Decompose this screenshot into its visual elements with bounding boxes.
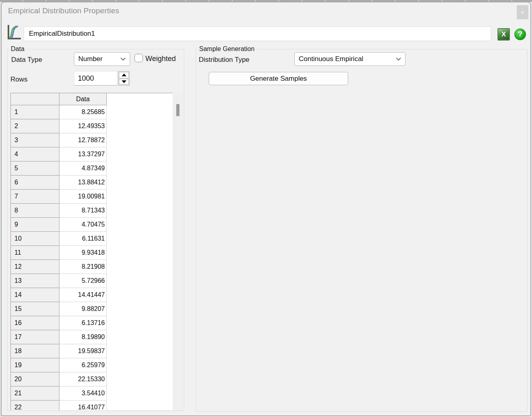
table-row: 166.13716 bbox=[11, 316, 173, 330]
scrollbar-thumb[interactable] bbox=[176, 104, 179, 116]
generate-samples-button[interactable]: Generate Samples bbox=[209, 72, 348, 85]
table-row: 413.37297 bbox=[11, 147, 173, 161]
data-value-cell[interactable]: 8.71343 bbox=[59, 204, 107, 218]
dialog-title: Empirical Distribution Properties bbox=[8, 6, 119, 15]
data-value-cell[interactable]: 9.88207 bbox=[59, 302, 107, 316]
sample-generation-group-label: Sample Generation bbox=[198, 45, 256, 53]
data-value-cell[interactable]: 8.25685 bbox=[59, 105, 107, 119]
table-row: 54.87349 bbox=[11, 161, 173, 176]
data-value-cell[interactable]: 3.54410 bbox=[59, 386, 107, 401]
data-value-cell[interactable]: 6.25979 bbox=[59, 358, 107, 372]
close-button[interactable]: × bbox=[517, 5, 528, 19]
distribution-type-value: Continuous Empirical bbox=[299, 55, 363, 63]
excel-x-glyph: X bbox=[501, 31, 506, 39]
data-value-cell[interactable]: 13.37297 bbox=[59, 147, 107, 161]
spinner-up-button[interactable] bbox=[119, 72, 129, 78]
row-index-cell: 3 bbox=[11, 133, 59, 147]
row-index-cell: 9 bbox=[11, 218, 59, 232]
corner-header-cell bbox=[11, 93, 59, 105]
chevron-down-icon bbox=[396, 57, 401, 61]
data-value-cell[interactable]: 4.87349 bbox=[59, 161, 107, 176]
row-index-cell: 11 bbox=[11, 246, 59, 260]
table-row: 128.21908 bbox=[11, 260, 173, 274]
name-input[interactable] bbox=[24, 27, 491, 41]
rows-stepper bbox=[118, 71, 130, 86]
row-index-cell: 5 bbox=[11, 161, 59, 176]
row-index-cell: 17 bbox=[11, 330, 59, 344]
data-value-cell[interactable]: 8.19890 bbox=[59, 330, 107, 344]
row-index-cell: 12 bbox=[11, 260, 59, 274]
table-row: 18.25685 bbox=[11, 105, 173, 119]
table-row: 2022.15330 bbox=[11, 372, 173, 386]
data-value-cell[interactable]: 19.00981 bbox=[59, 190, 107, 204]
distribution-type-select[interactable]: Continuous Empirical bbox=[294, 52, 406, 66]
row-index-cell: 18 bbox=[11, 344, 59, 358]
row-index-cell: 8 bbox=[11, 204, 59, 218]
data-value-cell[interactable]: 14.41447 bbox=[59, 288, 107, 302]
table-row: 159.88207 bbox=[11, 302, 173, 316]
rows-input[interactable] bbox=[74, 71, 117, 86]
table-row: 178.19890 bbox=[11, 330, 173, 344]
data-value-cell[interactable]: 9.93418 bbox=[59, 246, 107, 260]
data-type-value: Number bbox=[78, 55, 102, 63]
arrow-down-icon bbox=[122, 80, 126, 83]
arrow-up-icon bbox=[122, 74, 126, 76]
distribution-curve-icon bbox=[6, 24, 22, 41]
row-index-cell: 22 bbox=[11, 401, 59, 410]
weighted-checkbox[interactable] bbox=[135, 54, 143, 62]
data-value-cell[interactable]: 4.70475 bbox=[59, 218, 107, 232]
row-index-cell: 20 bbox=[11, 372, 59, 386]
row-index-cell: 7 bbox=[11, 190, 59, 204]
row-index-cell: 6 bbox=[11, 176, 59, 190]
data-group-label: Data bbox=[9, 45, 26, 53]
weighted-label: Weighted bbox=[145, 55, 176, 63]
row-index-cell: 2 bbox=[11, 119, 59, 133]
rows-label: Rows bbox=[10, 76, 28, 84]
row-index-cell: 1 bbox=[11, 105, 59, 119]
data-value-cell[interactable]: 6.13716 bbox=[59, 316, 107, 330]
table-row: 613.88412 bbox=[11, 176, 173, 190]
table-row: 94.70475 bbox=[11, 218, 173, 232]
data-value-cell[interactable]: 13.88412 bbox=[59, 176, 107, 190]
row-index-cell: 10 bbox=[11, 232, 59, 246]
data-type-select[interactable]: Number bbox=[74, 52, 130, 66]
data-value-cell[interactable]: 8.21908 bbox=[59, 260, 107, 274]
table-row: 106.11631 bbox=[11, 232, 173, 246]
data-value-cell[interactable]: 12.49353 bbox=[59, 119, 107, 133]
data-type-label: Data Type bbox=[11, 56, 42, 64]
chevron-down-icon bbox=[120, 57, 126, 61]
help-icon[interactable]: ? bbox=[514, 29, 526, 40]
table-row: 2216.41077 bbox=[11, 401, 173, 410]
table-row: 213.54410 bbox=[11, 386, 173, 401]
data-table-rows: 18.25685212.49353312.78872413.3729754.87… bbox=[11, 105, 173, 410]
table-row: 88.71343 bbox=[11, 204, 173, 218]
table-row: 719.00981 bbox=[11, 190, 173, 204]
data-table: Data 18.25685212.49353312.78872413.37297… bbox=[10, 93, 173, 410]
table-row: 119.93418 bbox=[11, 246, 173, 260]
sample-generation-group bbox=[196, 49, 528, 412]
row-index-cell: 16 bbox=[11, 316, 59, 330]
close-icon: × bbox=[521, 9, 524, 16]
data-value-cell[interactable]: 12.78872 bbox=[59, 133, 107, 147]
distribution-type-label: Distribution Type bbox=[199, 56, 249, 64]
row-index-cell: 13 bbox=[11, 274, 59, 288]
data-value-cell[interactable]: 6.11631 bbox=[59, 232, 107, 246]
data-value-cell[interactable]: 19.59837 bbox=[59, 344, 107, 358]
help-glyph: ? bbox=[518, 30, 522, 39]
row-index-cell: 15 bbox=[11, 302, 59, 316]
spinner-down-button[interactable] bbox=[119, 79, 129, 85]
table-row: 135.72966 bbox=[11, 274, 173, 288]
data-value-cell[interactable]: 5.72966 bbox=[59, 274, 107, 288]
excel-export-icon[interactable]: X bbox=[497, 28, 510, 41]
data-value-cell[interactable]: 22.15330 bbox=[59, 372, 107, 386]
row-index-cell: 19 bbox=[11, 358, 59, 372]
row-index-cell: 21 bbox=[11, 386, 59, 401]
data-value-cell[interactable]: 16.41077 bbox=[59, 401, 107, 410]
table-row: 1414.41447 bbox=[11, 288, 173, 302]
table-row: 196.25979 bbox=[11, 358, 173, 372]
table-row: 312.78872 bbox=[11, 133, 173, 147]
page: Empirical Distribution Properties × X ? … bbox=[0, 0, 532, 417]
table-scrollbar[interactable] bbox=[173, 93, 183, 410]
row-index-cell: 4 bbox=[11, 147, 59, 161]
table-row: 1819.59837 bbox=[11, 344, 173, 358]
